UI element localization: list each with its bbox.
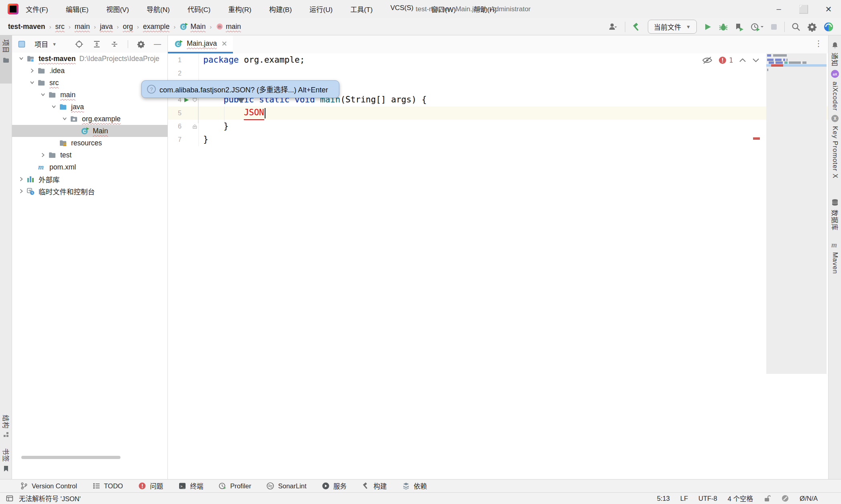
- tree-row[interactable]: 外部库: [12, 173, 167, 185]
- breadcrumb-item[interactable]: mmain: [216, 22, 241, 31]
- tool-window-button-todo[interactable]: TODO: [92, 482, 123, 490]
- code-line[interactable]: 7}: [168, 133, 828, 146]
- user-icon[interactable]: [608, 22, 619, 31]
- tree-row[interactable]: java: [12, 101, 167, 113]
- breadcrumb-item[interactable]: test-maven: [8, 22, 45, 31]
- status-widget[interactable]: 4 个空格: [728, 494, 753, 503]
- tool-window-button-services[interactable]: 服务: [322, 481, 347, 491]
- plugin-swirl-icon[interactable]: [823, 22, 834, 32]
- prev-error-button[interactable]: [739, 58, 746, 63]
- breadcrumb-item[interactable]: src: [55, 22, 64, 31]
- code-line[interactable]: 6 }: [168, 120, 828, 133]
- tool-window-button-sonarlint[interactable]: SonarLint: [266, 482, 306, 490]
- fold-marker-icon[interactable]: [191, 124, 198, 129]
- project-panel-title[interactable]: 项目: [35, 39, 48, 49]
- chevron-expanded-icon[interactable]: [38, 92, 48, 98]
- tool-stripe-aixcoder-tab[interactable]: aXaiXcoder: [829, 69, 841, 111]
- code-editor[interactable]: 1 1package org.example;23public class Ma…: [168, 53, 828, 479]
- layout-icon[interactable]: [6, 494, 14, 502]
- breadcrumb-item[interactable]: java: [100, 22, 113, 31]
- tool-window-button-deps[interactable]: 依赖: [402, 481, 427, 491]
- tree-row[interactable]: CMain: [12, 125, 167, 137]
- maximize-button[interactable]: ⬜: [791, 0, 816, 18]
- chevron-expanded-icon[interactable]: [59, 116, 70, 122]
- chevron-expanded-icon[interactable]: [49, 104, 59, 110]
- code-line[interactable]: 5 JSON: [168, 106, 828, 120]
- breadcrumb-item[interactable]: example: [143, 22, 169, 31]
- menu-item[interactable]: 导航(N): [147, 4, 170, 14]
- status-widget[interactable]: LF: [680, 495, 688, 502]
- status-widget[interactable]: UTF-8: [698, 495, 717, 502]
- menu-item[interactable]: 构建(B): [269, 4, 292, 14]
- hide-panel-button[interactable]: —: [154, 40, 161, 48]
- tool-stripe-maven-gray-tab[interactable]: mMaven: [829, 241, 841, 274]
- debug-button[interactable]: [719, 22, 728, 31]
- minimap[interactable]: [766, 53, 827, 374]
- breadcrumb-item[interactable]: main: [75, 22, 90, 31]
- build-project-button[interactable]: [632, 22, 641, 32]
- menu-item[interactable]: 运行(U): [310, 4, 333, 14]
- menu-item[interactable]: 文件(F): [26, 4, 48, 14]
- close-tab-icon[interactable]: ✕: [221, 39, 227, 48]
- chevron-collapsed-icon[interactable]: [16, 176, 27, 182]
- tool-window-button-profiler[interactable]: Profiler: [218, 482, 251, 490]
- menu-item[interactable]: VCS(S): [390, 4, 414, 14]
- slash-circle-icon[interactable]: [781, 494, 789, 502]
- tree-row[interactable]: resources: [12, 137, 167, 149]
- tool-stripe-project-tab[interactable]: 项目: [0, 35, 12, 84]
- horizontal-scrollbar[interactable]: [21, 456, 120, 459]
- coverage-button[interactable]: [735, 22, 744, 31]
- next-error-button[interactable]: [752, 58, 759, 63]
- chevron-collapsed-icon[interactable]: [38, 152, 48, 158]
- close-button[interactable]: ✕: [816, 0, 841, 18]
- chevron-collapsed-icon[interactable]: [16, 188, 27, 194]
- profiler-button[interactable]: [751, 22, 763, 31]
- chevron-down-icon: ▼: [686, 24, 691, 30]
- tool-stripe-keypromoter-tab[interactable]: XKey Promoter X: [829, 114, 841, 178]
- tree-row[interactable]: test: [12, 149, 167, 161]
- tree-row[interactable]: org.example: [12, 113, 167, 125]
- tool-stripe-bell-tab[interactable]: 通知: [829, 41, 841, 67]
- expand-all-button[interactable]: [92, 40, 101, 49]
- eye-off-icon[interactable]: [702, 56, 712, 65]
- tree-row[interactable]: 临时文件和控制台: [12, 185, 167, 197]
- menu-item[interactable]: 代码(C): [188, 4, 211, 14]
- tree-row[interactable]: .idea: [12, 65, 167, 77]
- import-suggestion-tooltip[interactable]: ? com.alibaba.fastjson2.JSON? (多重选择...) …: [141, 80, 339, 98]
- tree-row[interactable]: mpom.xml: [12, 161, 167, 173]
- error-stripe-mark[interactable]: [753, 137, 760, 140]
- locate-file-button[interactable]: [75, 40, 84, 49]
- chevron-expanded-icon[interactable]: [16, 55, 27, 62]
- menu-item[interactable]: 编辑(E): [66, 4, 89, 14]
- menu-item[interactable]: 工具(T): [350, 4, 373, 14]
- settings-button[interactable]: [807, 22, 817, 32]
- search-everywhere-button[interactable]: [791, 22, 801, 32]
- tool-stripe-structure-tab[interactable]: 结构: [0, 415, 12, 438]
- breadcrumb-item[interactable]: org: [123, 22, 133, 31]
- chevron-collapsed-icon[interactable]: [27, 67, 37, 74]
- tool-window-button-branch[interactable]: Version Control: [20, 482, 77, 490]
- minimize-button[interactable]: –: [766, 0, 791, 18]
- panel-settings-button[interactable]: [137, 39, 145, 49]
- tool-window-button-terminal[interactable]: >_终端: [178, 481, 203, 491]
- run-button[interactable]: [703, 22, 712, 31]
- tool-window-button-problems[interactable]: 问题: [138, 481, 163, 491]
- status-widget[interactable]: 5:13: [657, 495, 670, 502]
- menu-item[interactable]: 重构(R): [228, 4, 251, 14]
- status-widget[interactable]: Ø/N/A: [800, 495, 818, 502]
- tool-window-button-build[interactable]: 构建: [362, 481, 387, 491]
- tool-stripe-bookmarks-tab[interactable]: 书签: [0, 448, 12, 472]
- menu-item[interactable]: 视图(V): [106, 4, 129, 14]
- chevron-down-icon[interactable]: ▼: [52, 42, 57, 47]
- tab-main-java[interactable]: C Main.java ✕: [168, 36, 233, 53]
- collapse-all-button[interactable]: [110, 40, 119, 49]
- breadcrumb-item[interactable]: CMain: [180, 22, 206, 31]
- chevron-expanded-icon[interactable]: [27, 80, 37, 86]
- error-indicator[interactable]: 1: [719, 56, 733, 64]
- run-configuration-select[interactable]: 当前文件 ▼: [648, 20, 697, 34]
- lock-open-icon[interactable]: [763, 494, 771, 502]
- tool-stripe-database-tab[interactable]: 数据库: [829, 198, 841, 231]
- more-options-icon[interactable]: ⋮: [814, 39, 823, 48]
- tree-row[interactable]: test-mavenD:\IdeaProjects\IdeaProje: [12, 53, 167, 65]
- code-line[interactable]: 2: [168, 67, 828, 80]
